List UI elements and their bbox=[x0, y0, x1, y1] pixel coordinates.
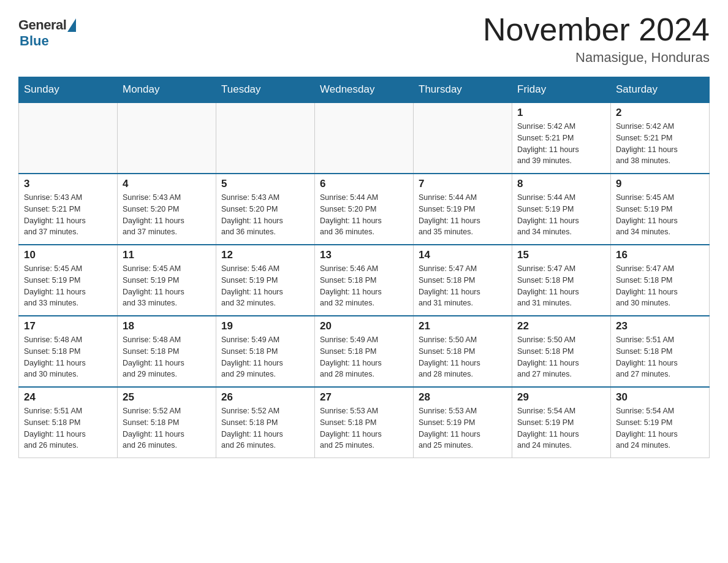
calendar-cell: 25Sunrise: 5:52 AM Sunset: 5:18 PM Dayli… bbox=[118, 387, 216, 458]
day-number: 17 bbox=[24, 320, 112, 332]
day-number: 20 bbox=[320, 320, 408, 332]
calendar-cell: 17Sunrise: 5:48 AM Sunset: 5:18 PM Dayli… bbox=[19, 316, 118, 387]
calendar-cell bbox=[118, 102, 216, 174]
calendar-cell bbox=[19, 102, 118, 174]
calendar-cell: 22Sunrise: 5:50 AM Sunset: 5:18 PM Dayli… bbox=[512, 316, 611, 387]
calendar-cell: 24Sunrise: 5:51 AM Sunset: 5:18 PM Dayli… bbox=[19, 387, 118, 458]
day-info: Sunrise: 5:53 AM Sunset: 5:18 PM Dayligh… bbox=[320, 405, 408, 451]
day-info: Sunrise: 5:44 AM Sunset: 5:19 PM Dayligh… bbox=[517, 192, 605, 238]
weekday-header-row: SundayMondayTuesdayWednesdayThursdayFrid… bbox=[19, 77, 710, 103]
calendar-cell: 27Sunrise: 5:53 AM Sunset: 5:18 PM Dayli… bbox=[315, 387, 414, 458]
day-info: Sunrise: 5:43 AM Sunset: 5:20 PM Dayligh… bbox=[221, 192, 309, 238]
title-area: November 2024 Namasigue, Honduras bbox=[483, 12, 710, 66]
day-number: 23 bbox=[616, 320, 704, 332]
day-info: Sunrise: 5:47 AM Sunset: 5:18 PM Dayligh… bbox=[517, 263, 605, 309]
day-info: Sunrise: 5:49 AM Sunset: 5:18 PM Dayligh… bbox=[320, 334, 408, 380]
week-row-1: 1Sunrise: 5:42 AM Sunset: 5:21 PM Daylig… bbox=[19, 102, 710, 174]
calendar-cell: 16Sunrise: 5:47 AM Sunset: 5:18 PM Dayli… bbox=[611, 245, 710, 316]
calendar-cell: 8Sunrise: 5:44 AM Sunset: 5:19 PM Daylig… bbox=[512, 174, 611, 245]
day-info: Sunrise: 5:42 AM Sunset: 5:21 PM Dayligh… bbox=[616, 121, 704, 167]
day-number: 9 bbox=[616, 178, 704, 190]
weekday-header-saturday: Saturday bbox=[611, 77, 710, 103]
day-info: Sunrise: 5:49 AM Sunset: 5:18 PM Dayligh… bbox=[221, 334, 309, 380]
logo-general-text: General bbox=[18, 17, 66, 33]
logo-triangle-icon bbox=[67, 18, 76, 32]
day-info: Sunrise: 5:52 AM Sunset: 5:18 PM Dayligh… bbox=[123, 405, 211, 451]
day-number: 10 bbox=[24, 249, 112, 261]
day-info: Sunrise: 5:44 AM Sunset: 5:20 PM Dayligh… bbox=[320, 192, 408, 238]
calendar-cell: 2Sunrise: 5:42 AM Sunset: 5:21 PM Daylig… bbox=[611, 102, 710, 174]
calendar-cell: 13Sunrise: 5:46 AM Sunset: 5:18 PM Dayli… bbox=[315, 245, 414, 316]
day-info: Sunrise: 5:51 AM Sunset: 5:18 PM Dayligh… bbox=[24, 405, 112, 451]
day-info: Sunrise: 5:50 AM Sunset: 5:18 PM Dayligh… bbox=[517, 334, 605, 380]
day-info: Sunrise: 5:54 AM Sunset: 5:19 PM Dayligh… bbox=[517, 405, 605, 451]
calendar-cell: 6Sunrise: 5:44 AM Sunset: 5:20 PM Daylig… bbox=[315, 174, 414, 245]
calendar-cell: 5Sunrise: 5:43 AM Sunset: 5:20 PM Daylig… bbox=[216, 174, 315, 245]
week-row-2: 3Sunrise: 5:43 AM Sunset: 5:21 PM Daylig… bbox=[19, 174, 710, 245]
calendar-cell: 11Sunrise: 5:45 AM Sunset: 5:19 PM Dayli… bbox=[118, 245, 216, 316]
calendar-cell bbox=[414, 102, 512, 174]
calendar-cell: 21Sunrise: 5:50 AM Sunset: 5:18 PM Dayli… bbox=[414, 316, 512, 387]
calendar-cell: 9Sunrise: 5:45 AM Sunset: 5:19 PM Daylig… bbox=[611, 174, 710, 245]
day-info: Sunrise: 5:53 AM Sunset: 5:19 PM Dayligh… bbox=[419, 405, 507, 451]
day-number: 24 bbox=[24, 391, 112, 404]
day-number: 28 bbox=[419, 391, 507, 404]
day-info: Sunrise: 5:52 AM Sunset: 5:18 PM Dayligh… bbox=[221, 405, 309, 451]
day-info: Sunrise: 5:47 AM Sunset: 5:18 PM Dayligh… bbox=[419, 263, 507, 309]
day-number: 30 bbox=[616, 391, 704, 404]
weekday-header-sunday: Sunday bbox=[19, 77, 118, 103]
weekday-header-friday: Friday bbox=[512, 77, 611, 103]
day-info: Sunrise: 5:46 AM Sunset: 5:19 PM Dayligh… bbox=[221, 263, 309, 309]
day-number: 13 bbox=[320, 249, 408, 261]
calendar-cell: 14Sunrise: 5:47 AM Sunset: 5:18 PM Dayli… bbox=[414, 245, 512, 316]
day-info: Sunrise: 5:42 AM Sunset: 5:21 PM Dayligh… bbox=[517, 121, 605, 167]
weekday-header-wednesday: Wednesday bbox=[315, 77, 414, 103]
calendar-cell: 12Sunrise: 5:46 AM Sunset: 5:19 PM Dayli… bbox=[216, 245, 315, 316]
day-number: 3 bbox=[24, 178, 112, 190]
day-number: 1 bbox=[517, 107, 605, 119]
day-number: 12 bbox=[221, 249, 309, 261]
day-number: 22 bbox=[517, 320, 605, 332]
day-number: 26 bbox=[221, 391, 309, 404]
month-title: November 2024 bbox=[483, 12, 710, 47]
calendar-cell: 7Sunrise: 5:44 AM Sunset: 5:19 PM Daylig… bbox=[414, 174, 512, 245]
calendar-cell: 30Sunrise: 5:54 AM Sunset: 5:19 PM Dayli… bbox=[611, 387, 710, 458]
day-number: 5 bbox=[221, 178, 309, 190]
day-info: Sunrise: 5:43 AM Sunset: 5:20 PM Dayligh… bbox=[123, 192, 211, 238]
day-info: Sunrise: 5:43 AM Sunset: 5:21 PM Dayligh… bbox=[24, 192, 112, 238]
day-info: Sunrise: 5:45 AM Sunset: 5:19 PM Dayligh… bbox=[24, 263, 112, 309]
week-row-3: 10Sunrise: 5:45 AM Sunset: 5:19 PM Dayli… bbox=[19, 245, 710, 316]
day-number: 16 bbox=[616, 249, 704, 261]
day-info: Sunrise: 5:44 AM Sunset: 5:19 PM Dayligh… bbox=[419, 192, 507, 238]
day-info: Sunrise: 5:48 AM Sunset: 5:18 PM Dayligh… bbox=[24, 334, 112, 380]
day-number: 21 bbox=[419, 320, 507, 332]
logo: General Blue bbox=[18, 17, 76, 49]
calendar-cell: 3Sunrise: 5:43 AM Sunset: 5:21 PM Daylig… bbox=[19, 174, 118, 245]
day-number: 14 bbox=[419, 249, 507, 261]
day-number: 19 bbox=[221, 320, 309, 332]
day-info: Sunrise: 5:48 AM Sunset: 5:18 PM Dayligh… bbox=[123, 334, 211, 380]
calendar-cell bbox=[216, 102, 315, 174]
calendar-cell: 19Sunrise: 5:49 AM Sunset: 5:18 PM Dayli… bbox=[216, 316, 315, 387]
day-info: Sunrise: 5:51 AM Sunset: 5:18 PM Dayligh… bbox=[616, 334, 704, 380]
week-row-5: 24Sunrise: 5:51 AM Sunset: 5:18 PM Dayli… bbox=[19, 387, 710, 458]
day-number: 29 bbox=[517, 391, 605, 404]
day-number: 8 bbox=[517, 178, 605, 190]
day-number: 18 bbox=[123, 320, 211, 332]
calendar-cell: 10Sunrise: 5:45 AM Sunset: 5:19 PM Dayli… bbox=[19, 245, 118, 316]
calendar-cell: 23Sunrise: 5:51 AM Sunset: 5:18 PM Dayli… bbox=[611, 316, 710, 387]
day-info: Sunrise: 5:54 AM Sunset: 5:19 PM Dayligh… bbox=[616, 405, 704, 451]
weekday-header-monday: Monday bbox=[118, 77, 216, 103]
logo-blue-text: Blue bbox=[20, 33, 49, 49]
location-subtitle: Namasigue, Honduras bbox=[483, 50, 710, 66]
day-info: Sunrise: 5:46 AM Sunset: 5:18 PM Dayligh… bbox=[320, 263, 408, 309]
day-number: 27 bbox=[320, 391, 408, 404]
week-row-4: 17Sunrise: 5:48 AM Sunset: 5:18 PM Dayli… bbox=[19, 316, 710, 387]
calendar-cell: 26Sunrise: 5:52 AM Sunset: 5:18 PM Dayli… bbox=[216, 387, 315, 458]
calendar-cell: 28Sunrise: 5:53 AM Sunset: 5:19 PM Dayli… bbox=[414, 387, 512, 458]
calendar-cell: 1Sunrise: 5:42 AM Sunset: 5:21 PM Daylig… bbox=[512, 102, 611, 174]
page-header: General Blue November 2024 Namasigue, Ho… bbox=[18, 12, 710, 66]
calendar-cell: 20Sunrise: 5:49 AM Sunset: 5:18 PM Dayli… bbox=[315, 316, 414, 387]
calendar-cell: 29Sunrise: 5:54 AM Sunset: 5:19 PM Dayli… bbox=[512, 387, 611, 458]
weekday-header-tuesday: Tuesday bbox=[216, 77, 315, 103]
